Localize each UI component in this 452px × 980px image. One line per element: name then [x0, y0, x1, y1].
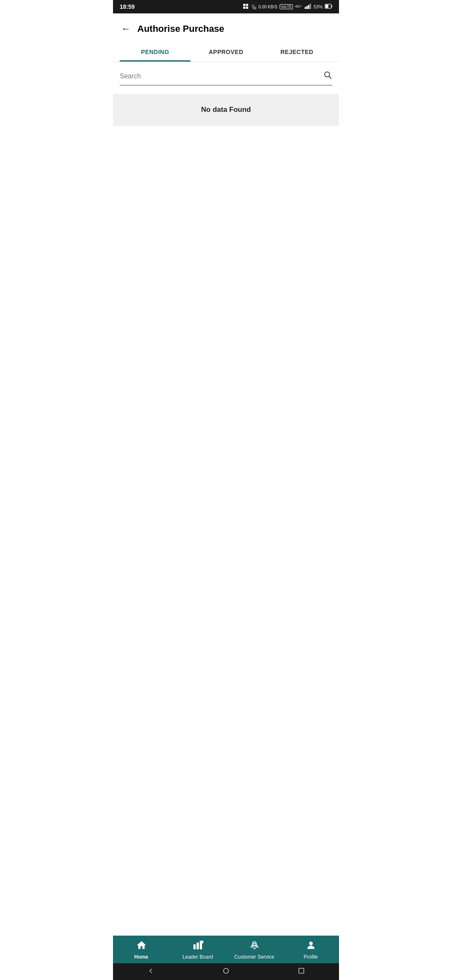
tab-rejected[interactable]: REJECTED [262, 43, 332, 62]
svg-rect-3 [246, 7, 248, 9]
tab-approved[interactable]: APPROVED [190, 43, 261, 62]
leaderboard-icon [193, 940, 203, 952]
svg-rect-2 [243, 7, 245, 9]
svg-rect-1 [246, 4, 248, 6]
nav-item-home[interactable]: Home [113, 940, 170, 960]
customerservice-icon [249, 940, 260, 952]
time-display: 18:59 [120, 3, 135, 10]
nav-label-customerservice: Customer Service [234, 954, 274, 960]
recents-system-button[interactable] [291, 965, 312, 978]
bottom-nav: Home Leader Board [113, 936, 339, 963]
nav-item-customerservice[interactable]: Customer Service [226, 940, 282, 960]
header: ← Authorise Purchase [113, 13, 339, 43]
status-bar: 18:59 ⮴ 0.00 KB/S VoLTE 4G+ [113, 0, 339, 13]
svg-rect-8 [310, 4, 311, 9]
search-container [113, 62, 339, 85]
svg-rect-11 [325, 5, 328, 8]
nav-item-leaderboard[interactable]: Leader Board [170, 940, 226, 960]
nav-label-profile: Profile [303, 954, 318, 960]
svg-rect-0 [243, 4, 245, 6]
tabs-container: PENDING APPROVED REJECTED [113, 43, 339, 62]
home-icon [136, 940, 147, 952]
battery-icon [325, 4, 332, 10]
search-input[interactable] [120, 72, 323, 80]
svg-point-22 [309, 941, 313, 945]
search-wrapper [120, 70, 332, 85]
network-speed: 0.00 KB/S [259, 5, 277, 9]
status-icons: ⮴ 0.00 KB/S VoLTE 4G+ 53% [242, 3, 332, 10]
svg-rect-24 [299, 968, 304, 973]
profile-icon [306, 940, 316, 952]
signal-icon: 4G+ [295, 3, 303, 10]
svg-rect-19 [201, 943, 202, 944]
tab-pending[interactable]: PENDING [120, 43, 190, 62]
svg-rect-7 [308, 5, 309, 9]
empty-state-message: No data Found [201, 106, 251, 113]
svg-text:4G+: 4G+ [295, 5, 302, 8]
svg-rect-10 [331, 5, 332, 8]
svg-line-13 [329, 76, 331, 78]
back-button[interactable]: ← [120, 22, 132, 36]
volte-icon: VoLTE [280, 4, 293, 9]
battery-display: 53% [313, 4, 323, 9]
bluetooth-icon: ⮴ [251, 4, 257, 10]
home-system-button[interactable] [216, 965, 236, 978]
nav-label-home: Home [134, 954, 148, 960]
svg-point-23 [223, 968, 229, 973]
signal-bars [305, 3, 311, 10]
back-system-button[interactable] [140, 965, 161, 978]
svg-rect-15 [196, 943, 198, 949]
svg-rect-5 [305, 7, 306, 9]
teams-icon [242, 3, 249, 10]
system-nav [113, 963, 339, 980]
svg-rect-6 [306, 6, 308, 9]
empty-state: No data Found [113, 94, 339, 126]
nav-label-leaderboard: Leader Board [182, 954, 213, 960]
page-title: Authorise Purchase [137, 23, 224, 34]
svg-rect-14 [193, 944, 195, 949]
search-icon [323, 70, 332, 82]
main-content [113, 126, 339, 980]
nav-item-profile[interactable]: Profile [282, 940, 339, 960]
